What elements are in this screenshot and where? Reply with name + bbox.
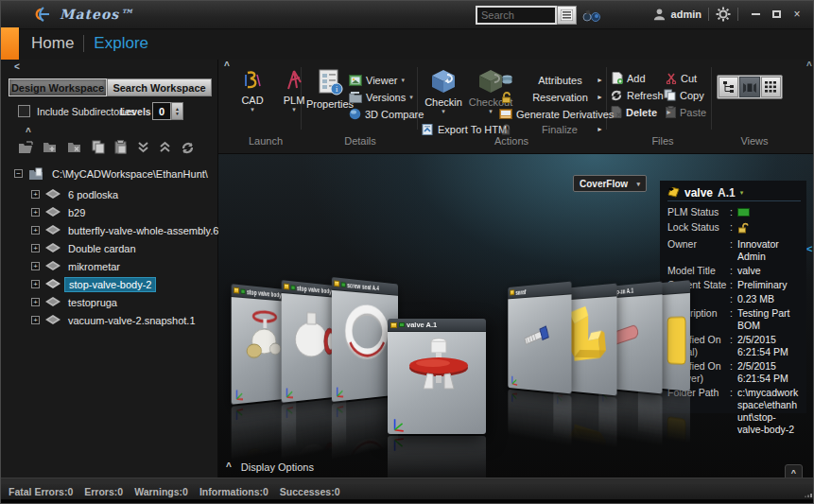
properties-button[interactable]: i Properties: [305, 69, 355, 110]
add-folder-icon[interactable]: [43, 141, 58, 154]
tree-item-label[interactable]: Double cardan: [64, 242, 140, 255]
binoculars-icon[interactable]: [582, 9, 601, 22]
tree-item-label[interactable]: butterfly-valve-whole-assembly.6: [64, 224, 222, 237]
paste-button[interactable]: Paste: [666, 105, 706, 119]
display-options-label: Display Options: [241, 461, 314, 473]
open-folder-icon[interactable]: [18, 141, 33, 154]
search-options-button[interactable]: [557, 6, 577, 25]
tree-item[interactable]: + butterfly-valve-whole-assembly.6: [31, 222, 222, 238]
refresh-icon[interactable]: [181, 141, 195, 154]
tab-design-workspace[interactable]: Design Workspace: [9, 78, 107, 96]
property-row: Owner : Innovator Admin: [667, 238, 801, 263]
tree-item[interactable]: + testopruga: [31, 294, 121, 310]
tree-item-label[interactable]: 6 podloska: [64, 188, 122, 201]
thumbnail-view-button[interactable]: [761, 77, 781, 97]
view-mode-dropdown[interactable]: CoverFlow ▾: [573, 175, 647, 192]
collapse-panel-icon[interactable]: <: [14, 62, 20, 72]
include-subdirectories-checkbox[interactable]: [18, 105, 30, 117]
expand-node-icon[interactable]: +: [31, 298, 40, 306]
tree-item[interactable]: + mikrometar: [31, 258, 124, 274]
tab-home[interactable]: Home: [31, 34, 74, 53]
levels-arrows[interactable]: ▲ ▼: [171, 102, 183, 120]
dropdown-icon[interactable]: ▾: [442, 108, 445, 114]
chevron-down-icon[interactable]: ▾: [740, 189, 744, 196]
generate-derivatives-button[interactable]: Generate Derivatives: [499, 107, 614, 121]
add-button[interactable]: Add: [612, 71, 646, 85]
group-label-actions: Actions: [459, 135, 563, 147]
coverflow-card[interactable]: saraf: [508, 282, 571, 394]
copy-icon[interactable]: [92, 140, 105, 154]
add-file-icon: [612, 72, 623, 84]
expand-node-icon[interactable]: +: [31, 244, 40, 252]
scroll-up-button[interactable]: ^: [785, 464, 803, 478]
tree-item[interactable]: + Double cardan: [31, 240, 140, 256]
coverflow-card-selected[interactable]: valve A.1: [388, 319, 486, 434]
search-input[interactable]: [476, 6, 557, 25]
expand-node-icon[interactable]: +: [31, 226, 40, 235]
splitter-bar[interactable]: [1, 478, 814, 484]
gear-icon[interactable]: [716, 7, 731, 22]
spin-down-icon[interactable]: ▼: [175, 112, 180, 116]
remove-folder-icon[interactable]: [67, 141, 82, 154]
ribbon-overflow-icon[interactable]: ^: [806, 61, 812, 71]
display-options-toggle[interactable]: ^ Display Options: [226, 461, 314, 473]
maximize-button[interactable]: [766, 7, 787, 22]
nav-bar: Home Explore: [1, 30, 814, 60]
versions-button[interactable]: Versions ▾: [349, 90, 413, 104]
tree-item[interactable]: + b29: [31, 204, 89, 220]
tree-item-label[interactable]: stop-valve-body-2: [64, 277, 156, 292]
delete-button[interactable]: Delete ►: [611, 105, 672, 119]
attributes-button[interactable]: Attributes ►: [501, 73, 603, 87]
expand-all-icon[interactable]: [137, 141, 149, 153]
dropdown-icon[interactable]: ▾: [251, 106, 254, 113]
export-to-htm-button[interactable]: Export To HTM: [422, 122, 507, 136]
collapse-all-icon[interactable]: [159, 141, 171, 153]
coverflow-view-button[interactable]: [739, 77, 759, 97]
expand-node-icon[interactable]: +: [31, 316, 40, 324]
tree-item-selected[interactable]: + stop-valve-body-2: [31, 276, 156, 292]
minimize-button[interactable]: [745, 7, 766, 22]
levels-value[interactable]: 0: [152, 102, 171, 120]
tree-item-label[interactable]: vacuum-valve-2.snapshot.1: [64, 314, 199, 327]
dropdown-icon[interactable]: ▾: [489, 108, 493, 114]
tab-search-workspace[interactable]: Search Workspace: [107, 78, 212, 96]
paste-icon[interactable]: [114, 140, 128, 154]
plm-status-value: [737, 206, 750, 219]
tree-item-label[interactable]: b29: [64, 206, 89, 219]
expand-node-icon[interactable]: +: [31, 262, 40, 270]
dropdown-icon[interactable]: ▾: [292, 106, 296, 113]
part-icon: [284, 284, 289, 290]
tree-item[interactable]: + vacuum-valve-2.snapshot.1: [31, 312, 199, 328]
cut-button[interactable]: Cut: [666, 71, 697, 85]
tree-item[interactable]: + 6 podloska: [31, 186, 122, 202]
user-name[interactable]: admin: [671, 9, 701, 20]
expand-node-icon[interactable]: +: [31, 190, 40, 199]
tree-root-row[interactable]: − C:\MyCADWorkspace\EthanHunt\: [14, 165, 212, 182]
expand-node-icon[interactable]: +: [31, 208, 40, 217]
refresh-button[interactable]: Refresh: [610, 88, 664, 102]
tree-view-button[interactable]: [719, 77, 738, 97]
viewer-button[interactable]: Viewer ▾: [349, 73, 405, 87]
finalize-button[interactable]: Finalize ►: [501, 122, 603, 136]
tree-item-label[interactable]: mikrometar: [64, 260, 124, 273]
copy-button[interactable]: Copy: [664, 88, 704, 102]
checkin-button[interactable]: Checkin ▾: [421, 69, 466, 114]
app-title: Mateos™: [60, 7, 133, 22]
collapse-toolbar-icon[interactable]: ^: [26, 128, 31, 137]
tree-item-label[interactable]: testopruga: [64, 296, 121, 309]
cad-button[interactable]: CAD ▾: [230, 69, 275, 113]
reservation-button[interactable]: Reservation ►: [501, 90, 603, 104]
minimize-icon: [752, 13, 760, 15]
dropdown-icon[interactable]: ▾: [401, 77, 405, 83]
collapse-node-icon[interactable]: −: [14, 169, 23, 178]
resize-grip-icon[interactable]: [804, 488, 813, 497]
refresh-label: Refresh: [627, 90, 664, 101]
panel-collapse-icon[interactable]: <: [806, 243, 812, 254]
dropdown-icon[interactable]: ▾: [409, 94, 413, 100]
expand-node-icon[interactable]: +: [31, 280, 40, 288]
close-button[interactable]: ×: [787, 7, 807, 22]
tab-explore[interactable]: Explore: [94, 34, 148, 53]
collapse-ribbon-icon[interactable]: ^: [224, 61, 230, 71]
compare-3d-button[interactable]: 3D Compare: [349, 107, 424, 121]
tree-root-label[interactable]: C:\MyCADWorkspace\EthanHunt\: [48, 167, 212, 181]
